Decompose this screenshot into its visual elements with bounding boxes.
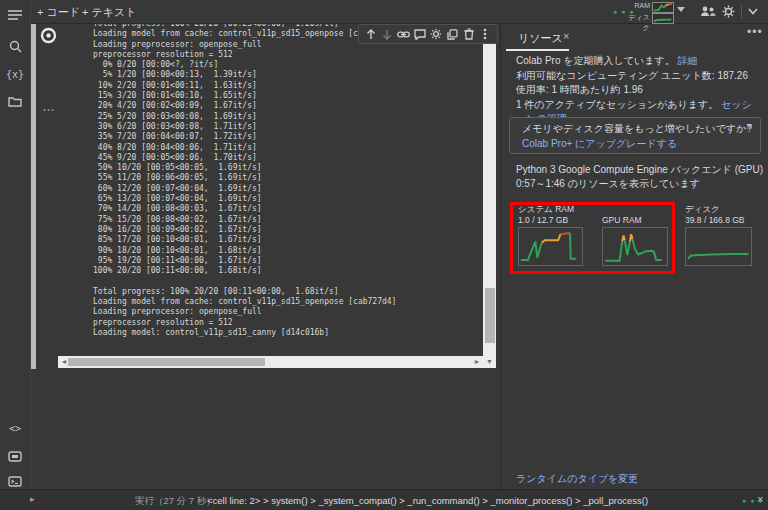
variables-icon[interactable]: {x}	[0, 69, 30, 80]
files-icon[interactable]	[0, 96, 30, 107]
share-icon[interactable]	[700, 5, 716, 18]
notebook-area: ... Total progress: 100% 20/20 [00:23<00…	[30, 23, 500, 489]
output-line: 25% 5/20 [00:03<00:08, 1.69it/s]	[93, 112, 483, 122]
move-up-icon[interactable]	[364, 28, 377, 41]
ram-mini-label: RAM	[622, 2, 650, 9]
output-line: 95% 19/20 [00:11<00:00, 1.67it/s]	[93, 256, 483, 266]
search-icon[interactable]	[0, 40, 30, 53]
output-line: 20% 4/20 [00:02<00:09, 1.67it/s]	[93, 101, 483, 111]
resources-tab[interactable]: リソース	[518, 31, 563, 46]
code-snippets-icon[interactable]: <>	[0, 423, 30, 434]
output-line: 65% 13/20 [00:07<00:04, 1.69it/s]	[93, 194, 483, 204]
toolbar-divider	[741, 5, 742, 18]
add-text-button[interactable]: + テキスト	[82, 5, 137, 20]
output-line: 90% 18/20 [00:10<00:01, 1.68it/s]	[93, 246, 483, 256]
cell-toolbar	[358, 24, 498, 44]
output-line: 55% 11/20 [00:06<00:05, 1.69it/s]	[93, 173, 483, 183]
link-icon[interactable]	[397, 28, 410, 41]
output-line: 70% 14/20 [00:08<00:03, 1.67it/s]	[93, 204, 483, 214]
cell-output-lines: Total progress: 100% 20/20 [00:23<00:00,…	[93, 19, 483, 338]
upgrade-link[interactable]: Colab Pro+ にアップグレードする	[522, 137, 677, 151]
output-line: Total progress: 100% 20/20 [00:11<00:00,…	[93, 287, 483, 297]
execution-time-label: 実行（27 分 7 秒）	[135, 495, 216, 508]
upgrade-question: メモリやディスク容量をもっと増やしたいですか?	[522, 122, 752, 136]
colab-app: {x} <> + コード + テキスト ● ● ● RAM ディスク	[0, 0, 768, 510]
subscription-line: Colab Pro を定期購入しています。 詳細	[516, 54, 761, 69]
change-runtime-link[interactable]: ランタイムのタイプを変更	[516, 472, 638, 486]
cell-collapse-dots[interactable]: ...	[43, 101, 55, 113]
output-line: 0% 0/20 [00:00<?, ?it/s]	[93, 60, 483, 70]
disk-graph[interactable]	[685, 227, 752, 266]
output-line: 15% 3/20 [00:01<00:10, 1.65it/s]	[93, 91, 483, 101]
output-line: preprocessor resolution = 512	[93, 50, 483, 60]
output-line: 5% 1/20 [00:00<00:13, 1.39it/s]	[93, 70, 483, 80]
status-bar: ▸ 実行（27 分 7 秒） <cell line: 2> > system()…	[0, 489, 768, 510]
usage-rate-line: 使用率: 1 時間あたり約 1.96	[516, 83, 761, 98]
comment-icon[interactable]	[413, 28, 426, 41]
ram-sparkline[interactable]	[652, 2, 674, 13]
resources-panel: リソース × ••• Colab Pro を定期購入しています。 詳細 利用可能…	[500, 23, 768, 489]
resources-caret-icon[interactable]	[677, 7, 685, 13]
output-line: 10% 2/20 [00:01<00:11, 1.63it/s]	[93, 81, 483, 91]
top-toolbar: + コード + テキスト ● ● ● RAM ディスク	[0, 0, 768, 24]
cell-running-spinner[interactable]	[40, 27, 57, 44]
settings-icon[interactable]	[430, 28, 443, 41]
red-highlight-rectangle	[510, 202, 675, 274]
output-horizontal-scrollbar-thumb[interactable]	[68, 358, 265, 366]
output-line: 100% 20/20 [00:11<00:00, 1.68it/s]	[93, 266, 483, 276]
mirror-cell-icon[interactable]	[446, 28, 459, 41]
status-close-icon[interactable]: ×	[757, 493, 763, 505]
disk-mini-label: ディスク	[622, 13, 650, 33]
panel-more-icon[interactable]: •••	[747, 25, 763, 39]
add-code-button[interactable]: + コード	[37, 5, 80, 20]
output-line: 80% 16/20 [00:09<00:02, 1.67it/s]	[93, 225, 483, 235]
command-palette-icon[interactable]	[0, 451, 30, 462]
upgrade-banner: メモリやディスク容量をもっと増やしたいですか? Colab Pro+ にアップグ…	[509, 117, 761, 154]
menu-icon[interactable]	[0, 9, 30, 21]
disk-sparkline[interactable]	[652, 13, 674, 24]
output-line	[93, 276, 483, 286]
move-down-icon[interactable]	[380, 28, 393, 41]
output-line: 75% 15/20 [00:08<00:02, 1.67it/s]	[93, 215, 483, 225]
scrollbar-down-arrow-icon[interactable]: ▼	[483, 355, 496, 368]
output-vertical-scrollbar-thumb[interactable]	[485, 288, 495, 343]
output-line: 30% 6/20 [00:03<00:08, 1.71it/s]	[93, 122, 483, 132]
output-line: 60% 12/20 [00:07<00:04, 1.69it/s]	[93, 184, 483, 194]
tab-underline	[506, 49, 569, 51]
output-line: 50% 10/20 [00:05<00:05, 1.69it/s]	[93, 163, 483, 173]
output-line: 45% 9/20 [00:05<00:06, 1.70it/s]	[93, 153, 483, 163]
resources-tab-close-icon[interactable]: ×	[563, 30, 569, 42]
scrollbar-left-arrow-icon[interactable]: ◄	[58, 356, 70, 368]
expand-executions-icon[interactable]: ▸	[30, 494, 35, 504]
output-line: 40% 8/20 [00:04<00:06, 1.71it/s]	[93, 143, 483, 153]
output-line: 85% 17/20 [00:10<00:01, 1.67it/s]	[93, 235, 483, 245]
sessions-text: 1 件のアクティブなセッションがあります。	[516, 99, 718, 110]
compute-units-line: 利用可能なコンピューティング ユニット数: 187.26	[516, 69, 761, 84]
subscription-text: Colab Pro を定期購入しています。	[516, 55, 675, 66]
disk-value: 39.8 / 166.8 GB	[685, 215, 745, 225]
scrollbar-right-arrow-icon[interactable]: ►	[471, 356, 483, 368]
delete-icon[interactable]	[463, 28, 476, 41]
execution-breadcrumb: <cell line: 2> > system() > _system_comp…	[207, 495, 648, 506]
upgrade-close-icon[interactable]: ×	[746, 120, 752, 132]
left-sidebar: {x} <>	[0, 0, 31, 489]
terminal-icon[interactable]	[0, 476, 30, 487]
output-line: Loading model: control_v11p_sd15_canny […	[93, 328, 483, 338]
output-line: preprocessor resolution = 512	[93, 318, 483, 328]
resource-window-line: 0:57～1:46 のリソースを表示しています	[516, 177, 700, 191]
backend-line: Python 3 Google Compute Engine バックエンド (G…	[516, 163, 763, 177]
output-line: 35% 7/20 [00:04<00:07, 1.72it/s]	[93, 132, 483, 142]
output-line: Loading preprocessor: openpose_full	[93, 307, 483, 317]
chevron-down-icon[interactable]	[748, 8, 758, 15]
subscription-info: Colab Pro を定期購入しています。 詳細 利用可能なコンピューティング …	[516, 54, 761, 127]
output-line: Loading model from cache: control_v11p_s…	[93, 297, 483, 307]
gear-icon[interactable]	[722, 5, 735, 18]
details-link[interactable]: 詳細	[677, 55, 697, 66]
more-vert-icon[interactable]	[479, 28, 492, 41]
